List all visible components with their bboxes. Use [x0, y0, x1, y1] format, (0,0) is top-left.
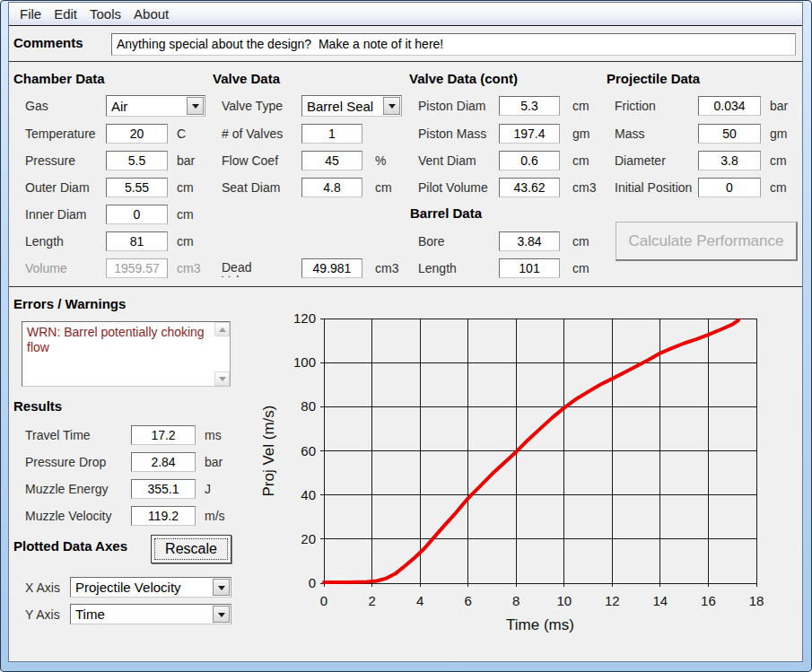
svg-text:40: 40 — [301, 487, 316, 502]
dead-volume-input[interactable]: 49.981 — [301, 258, 362, 278]
svg-text:80: 80 — [301, 398, 316, 414]
gas-value: Air — [111, 99, 127, 114]
travel-time-label: Travel Time — [25, 428, 91, 442]
svg-text:100: 100 — [293, 354, 316, 370]
piston-mass-input[interactable]: 197.4 — [499, 124, 560, 144]
projectile-data-title: Projectile Data — [607, 71, 700, 86]
scroll-up-icon[interactable] — [214, 322, 230, 336]
travel-time-unit: ms — [205, 428, 222, 442]
svg-text:Time (ms): Time (ms) — [506, 616, 574, 633]
seat-diam-input[interactable]: 4.8 — [301, 178, 362, 197]
menu-edit[interactable]: Edit — [48, 3, 83, 25]
initial-position-input[interactable]: 0 — [698, 178, 761, 197]
svg-text:120: 120 — [293, 310, 316, 326]
app-window: File Edit Tools About Comments Anything … — [0, 0, 812, 672]
x-axis-combo[interactable]: Projectile Velocity — [70, 577, 231, 598]
temperature-unit: C — [177, 127, 186, 141]
muzzle-energy-unit: J — [205, 482, 211, 496]
pressure-unit: bar — [177, 153, 195, 168]
volume-input[interactable]: 1959.57 — [106, 258, 168, 278]
dead-volume-label: Dead Volume — [222, 261, 277, 277]
valve-type-combo[interactable]: Barrel Seal — [301, 95, 402, 117]
of-valves-label: # of Valves — [222, 127, 283, 141]
svg-text:2: 2 — [368, 593, 375, 608]
piston-mass-unit: gm — [572, 127, 589, 141]
pilot-volume-input[interactable]: 43.62 — [499, 178, 560, 197]
initial-position-unit: cm — [770, 180, 787, 195]
comments-label: Comments — [13, 35, 83, 50]
svg-text:10: 10 — [556, 593, 572, 608]
gas-dropdown-icon[interactable] — [187, 97, 204, 115]
svg-text:Proj Vel (m/s): Proj Vel (m/s) — [260, 405, 277, 496]
vent-diam-input[interactable]: 0.6 — [499, 151, 560, 170]
warning-scrollbar[interactable] — [214, 322, 230, 386]
plotted-data-axes-title: Plotted Data Axes — [13, 538, 127, 554]
length-input[interactable]: 81 — [106, 231, 168, 251]
menu-file[interactable]: File — [13, 3, 48, 25]
mass-label: Mass — [615, 127, 644, 141]
inner-diam-input[interactable]: 0 — [106, 205, 168, 224]
muzzle-energy-input[interactable]: 355.1 — [131, 479, 196, 499]
pressure-drop-label: Pressure Drop — [25, 455, 106, 469]
vent-diam-unit: cm — [572, 153, 589, 168]
barrel-data-title: Barrel Data — [410, 205, 482, 221]
errors-warnings-title: Errors / Warnings — [13, 296, 126, 311]
volume-label: Volume — [25, 261, 67, 275]
friction-label: Friction — [615, 99, 656, 113]
piston-diam-label: Piston Diam — [418, 99, 485, 113]
piston-diam-input[interactable]: 5.3 — [499, 96, 560, 116]
diameter-input[interactable]: 3.8 — [698, 151, 761, 170]
svg-text:0: 0 — [309, 575, 316, 590]
friction-input[interactable]: 0.034 — [698, 96, 761, 116]
y-axis-dropdown-icon[interactable] — [213, 606, 230, 623]
errors-warnings-box[interactable]: WRN: Barrel potentially choking flow — [22, 321, 231, 387]
rescale-button-label: Rescale — [154, 538, 228, 560]
valve-type-dropdown-icon[interactable] — [383, 97, 400, 115]
flow-coef-input[interactable]: 45 — [301, 151, 362, 170]
of-valves-input[interactable]: 1 — [301, 124, 362, 144]
y-axis-combo[interactable]: Time — [70, 604, 231, 624]
outer-diam-input[interactable]: 5.55 — [106, 178, 168, 197]
muzzle-velocity-unit: m/s — [205, 509, 225, 523]
length-input[interactable]: 101 — [499, 258, 560, 278]
mass-input[interactable]: 50 — [698, 124, 761, 144]
svg-text:16: 16 — [701, 593, 716, 608]
vent-diam-label: Vent Diam — [418, 153, 476, 168]
flow-coef-label: Flow Coef — [222, 153, 278, 168]
bore-input[interactable]: 3.84 — [499, 231, 560, 251]
pressure-drop-input[interactable]: 2.84 — [131, 452, 196, 472]
pilot-volume-label: Pilot Volume — [418, 180, 488, 195]
mass-unit: gm — [770, 127, 787, 141]
velocity-time-chart: 024681012141618020406080100120Time (ms)P… — [259, 302, 801, 648]
pressure-drop-unit: bar — [205, 455, 223, 469]
temperature-input[interactable]: 20 — [106, 124, 168, 144]
muzzle-energy-label: Muzzle Energy — [25, 482, 109, 496]
pilot-volume-unit: cm3 — [572, 180, 596, 195]
menu-about[interactable]: About — [127, 3, 175, 25]
y-axis-label: Y Axis — [25, 607, 60, 622]
comments-input[interactable]: Anything special about the design? Make … — [111, 33, 796, 56]
separator-top — [9, 61, 802, 62]
gas-combo[interactable]: Air — [106, 95, 205, 117]
svg-text:8: 8 — [512, 593, 520, 608]
diameter-unit: cm — [770, 153, 787, 168]
inner-diam-unit: cm — [177, 207, 194, 222]
pressure-input[interactable]: 5.5 — [106, 151, 168, 170]
seat-diam-label: Seat Diam — [222, 180, 280, 195]
diameter-label: Diameter — [615, 153, 666, 168]
muzzle-velocity-label: Muzzle Velocity — [25, 509, 111, 523]
menu-tools[interactable]: Tools — [83, 3, 127, 25]
chamber-data-title: Chamber Data — [13, 71, 105, 86]
pressure-label: Pressure — [25, 153, 75, 168]
calculate-performance-button[interactable]: Calculate Performance — [616, 222, 798, 261]
separator-middle — [9, 286, 802, 287]
length-label: Length — [25, 234, 64, 249]
muzzle-velocity-input[interactable]: 119.2 — [131, 506, 196, 526]
travel-time-input[interactable]: 17.2 — [131, 425, 196, 445]
scroll-down-icon[interactable] — [214, 371, 230, 386]
x-axis-dropdown-icon[interactable] — [213, 579, 230, 596]
temperature-label: Temperature — [25, 127, 96, 141]
results-title: Results — [13, 398, 62, 414]
rescale-button[interactable]: Rescale — [151, 535, 231, 563]
svg-text:12: 12 — [605, 593, 620, 608]
